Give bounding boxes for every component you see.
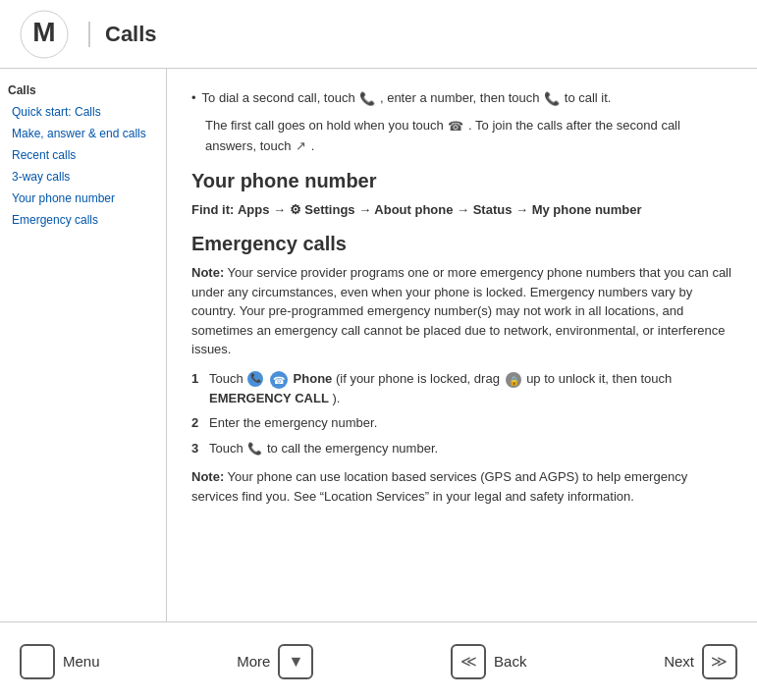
hold-icon: ☎ [448,117,463,136]
phone-icon-blue: ☎ [270,371,288,389]
next-button[interactable]: Next ≫ [664,644,737,679]
indent-text-1: The first call goes on hold when you tou… [191,116,732,156]
section-heading-emergency: Emergency calls [191,233,732,255]
motorola-logo: M [20,10,69,59]
menu-label: Menu [63,653,100,670]
sidebar-item-3way[interactable]: 3-way calls [8,166,158,188]
svg-text:M: M [32,17,55,47]
step-1: 1 Touch ☎ Phone (if your phone is locked… [191,369,732,407]
more-label: More [237,653,270,670]
step3-content: Touch 📞 to call the emergency number. [209,439,438,458]
call-icon-3: 📞 [247,440,262,458]
step1-content: Touch ☎ Phone (if your phone is locked, … [209,369,732,407]
back-icon: ≪ [451,644,486,679]
main-content: Calls Quick start: Calls Make, answer & … [0,69,757,621]
top-bar: M Calls [0,0,757,69]
section-heading-yourphone: Your phone number [191,170,732,192]
svg-text:🔒: 🔒 [508,375,519,387]
content-area: • To dial a second call, touch 📞 , enter… [167,69,757,621]
content-inner: • To dial a second call, touch 📞 , enter… [191,88,732,506]
more-button[interactable]: More ▼ [237,644,313,679]
call-icon-2: 📞 [544,89,560,109]
menu-grid-icon [20,644,55,679]
menu-button[interactable]: Menu [20,644,100,679]
page-title: Calls [105,22,757,47]
sidebar-section-title: Calls [8,83,158,97]
back-label: Back [494,653,526,670]
numbered-list: 1 Touch ☎ Phone (if your phone is locked… [191,369,732,458]
step-2: 2 Enter the emergency number. [191,413,732,433]
back-button[interactable]: ≪ Back [451,644,526,679]
next-icon: ≫ [702,644,737,679]
lock-icon: 🔒 [506,372,521,388]
call-icon-1: 📞 [359,89,375,109]
logo-area: M [0,10,88,59]
findit-text: Find it: Apps → ⚙ Settings → About phone… [191,200,732,220]
sidebar-item-emergency[interactable]: Emergency calls [8,209,158,231]
bullet-text-1: To dial a second call, touch 📞 , enter a… [202,88,612,108]
note2: Note: Your phone can use location based … [191,467,732,506]
sidebar-item-yourphone[interactable]: Your phone number [8,188,158,209]
bullet-dot: • [191,88,196,108]
sidebar-item-quickstart[interactable]: Quick start: Calls [8,101,158,123]
svg-text:☎: ☎ [273,375,285,386]
bottom-bar: Menu More ▼ ≪ Back Next ≫ [0,621,757,700]
bullet-item-1: • To dial a second call, touch 📞 , enter… [191,88,732,108]
sidebar-item-make-answer[interactable]: Make, answer & end calls [8,123,158,144]
title-area: Calls [88,22,757,47]
join-icon: ↗ [296,136,306,156]
sidebar: Calls Quick start: Calls Make, answer & … [0,69,167,621]
note1: Note: Your service provider programs one… [191,263,732,359]
more-icon: ▼ [278,644,313,679]
sidebar-item-recent[interactable]: Recent calls [8,144,158,166]
phone-blue-icon [247,371,263,387]
next-label: Next [664,653,694,670]
step-3: 3 Touch 📞 to call the emergency number. [191,439,732,458]
